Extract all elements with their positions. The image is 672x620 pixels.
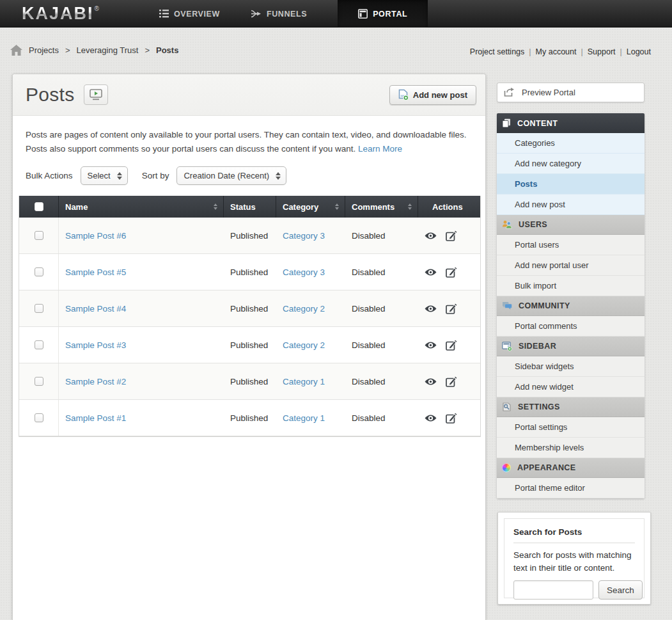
portal-nav: CONTENT Categories Add new category Post…	[497, 113, 645, 498]
sidebar-item-bulk-import[interactable]: Bulk import	[497, 276, 645, 296]
link-divider: |	[620, 47, 622, 56]
preview-portal-button[interactable]: Preview Portal	[497, 83, 645, 102]
post-name-link[interactable]: Sample Post #3	[65, 340, 126, 350]
post-name-cell: Sample Post #3	[59, 327, 224, 363]
view-post-button[interactable]	[425, 414, 437, 422]
view-post-button[interactable]	[425, 232, 437, 240]
section-title: SETTINGS	[518, 402, 560, 411]
item-label: Add new category	[515, 159, 581, 168]
section-header-users[interactable]: USERS	[497, 215, 645, 235]
row-checkbox[interactable]	[35, 304, 43, 313]
add-new-post-button[interactable]: Add new post	[389, 85, 476, 105]
section-header-community[interactable]: COMMUNITY	[497, 296, 645, 316]
row-checkbox[interactable]	[35, 413, 43, 422]
bulk-actions-select[interactable]: Select	[81, 166, 128, 185]
search-input[interactable]	[513, 580, 593, 600]
posts-panel: Posts Add new post Posts are pages of co…	[12, 74, 486, 620]
my-account-link[interactable]: My account	[536, 47, 577, 56]
row-checkbox[interactable]	[35, 377, 43, 386]
video-tutorial-button[interactable]	[84, 84, 108, 105]
post-category-link[interactable]: Category 2	[283, 304, 325, 314]
item-label: Membership levels	[515, 443, 584, 452]
section-title: COMMUNITY	[519, 301, 570, 310]
edit-icon	[446, 340, 457, 351]
kajabi-logo[interactable]: KAJABI ®	[22, 4, 99, 24]
column-header-comments[interactable]: Comments	[345, 196, 418, 218]
breadcrumb-project-name[interactable]: Leveraging Trust	[77, 45, 139, 55]
nav-tab-overview[interactable]: OVERVIEW	[144, 0, 235, 28]
edit-post-button[interactable]	[446, 303, 457, 314]
sidebar-item-portal-comments[interactable]: Portal comments	[497, 316, 645, 337]
sidebar-item-add-new-category[interactable]: Add new category	[497, 154, 645, 174]
edit-post-button[interactable]	[446, 230, 457, 241]
select-all-checkbox[interactable]	[35, 202, 43, 211]
post-category-link[interactable]: Category 3	[283, 267, 325, 277]
sidebar-item-add-new-widget[interactable]: Add new widget	[497, 377, 645, 397]
breadcrumb-row: Projects > Leveraging Trust > Posts Proj…	[0, 44, 672, 61]
sidebar-item-add-new-portal-user[interactable]: Add new portal user	[497, 255, 645, 276]
edit-post-button[interactable]	[446, 267, 457, 278]
nav-tab-label: FUNNELS	[267, 10, 307, 19]
section-header-sidebar[interactable]: SIDEBAR	[497, 337, 645, 356]
sidebar-item-categories[interactable]: Categories	[497, 133, 645, 154]
post-name-link[interactable]: Sample Post #1	[65, 413, 126, 423]
search-button[interactable]: Search	[598, 580, 643, 600]
nav-tab-funnels[interactable]: FUNNELS	[235, 0, 322, 28]
post-comments-cell: Disabled	[345, 218, 418, 253]
row-checkbox-cell	[19, 400, 59, 436]
view-post-button[interactable]	[425, 305, 437, 313]
post-category-link[interactable]: Category 1	[283, 413, 325, 423]
section-header-content[interactable]: CONTENT	[497, 113, 645, 133]
post-category-link[interactable]: Category 1	[283, 377, 325, 386]
section-header-appearance[interactable]: APPEARANCE	[497, 458, 645, 478]
edit-post-button[interactable]	[446, 413, 457, 424]
post-actions-cell	[418, 254, 480, 290]
page-title: Posts	[26, 84, 75, 106]
row-checkbox-cell	[19, 254, 59, 290]
column-header-name[interactable]: Name	[59, 196, 224, 218]
users-icon	[502, 220, 512, 229]
post-name-link[interactable]: Sample Post #6	[65, 231, 126, 241]
post-category-link[interactable]: Category 2	[283, 340, 325, 350]
view-post-button[interactable]	[425, 341, 437, 349]
post-name-link[interactable]: Sample Post #2	[65, 377, 126, 386]
column-header-category[interactable]: Category	[276, 196, 345, 218]
view-post-button[interactable]	[425, 378, 437, 386]
row-checkbox-cell	[19, 218, 59, 253]
post-status-cell: Published	[224, 218, 276, 253]
home-icon[interactable]	[10, 45, 22, 56]
post-category-link[interactable]: Category 3	[283, 231, 325, 241]
sidebar-item-posts[interactable]: Posts	[497, 174, 645, 195]
edit-post-button[interactable]	[446, 376, 457, 387]
logout-link[interactable]: Logout	[627, 47, 651, 56]
sort-by-select[interactable]: Creation Date (Recent)	[176, 166, 286, 185]
preview-export-icon	[504, 88, 515, 97]
post-status-cell: Published	[224, 327, 276, 363]
post-status: Published	[230, 377, 268, 386]
section-header-settings[interactable]: SETTINGS	[497, 397, 645, 417]
post-name-cell: Sample Post #1	[59, 400, 224, 436]
search-posts-card: Search for Posts Search for posts with m…	[497, 512, 651, 605]
sidebar-item-portal-users[interactable]: Portal users	[497, 235, 645, 255]
row-checkbox[interactable]	[35, 231, 43, 240]
row-checkbox[interactable]	[35, 267, 43, 276]
learn-more-link[interactable]: Learn More	[358, 144, 402, 154]
row-checkbox[interactable]	[35, 340, 43, 349]
sort-by-label: Sort by	[142, 171, 169, 180]
eye-icon	[425, 378, 437, 386]
nav-tab-portal[interactable]: PORTAL	[338, 0, 428, 28]
sidebar-item-membership-levels[interactable]: Membership levels	[497, 438, 645, 458]
view-post-button[interactable]	[425, 268, 437, 276]
breadcrumb-projects[interactable]: Projects	[29, 45, 59, 55]
post-name-link[interactable]: Sample Post #4	[65, 304, 126, 314]
edit-post-button[interactable]	[446, 340, 457, 351]
account-links: Project settings | My account | Support …	[470, 47, 651, 56]
add-post-label: Add new post	[413, 90, 467, 100]
sidebar-item-portal-theme-editor[interactable]: Portal theme editor	[497, 478, 645, 498]
sidebar-item-portal-settings[interactable]: Portal settings	[497, 417, 645, 438]
support-link[interactable]: Support	[588, 47, 616, 56]
project-settings-link[interactable]: Project settings	[470, 47, 524, 56]
post-name-link[interactable]: Sample Post #5	[65, 267, 126, 277]
sidebar-item-add-new-post[interactable]: Add new post	[497, 195, 645, 215]
sidebar-item-sidebar-widgets[interactable]: Sidebar widgets	[497, 356, 645, 377]
